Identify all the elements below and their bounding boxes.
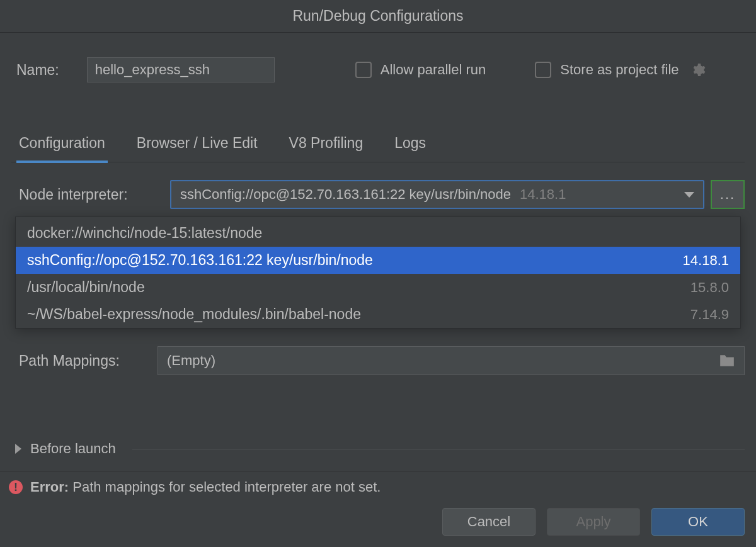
interpreter-option-path: ~/WS/babel-express/node_modules/.bin/bab…: [27, 306, 361, 323]
store-project-file-label: Store as project file: [560, 62, 679, 78]
error-icon: !: [9, 480, 23, 494]
interpreter-dropdown: docker://winchci/node-15:latest/node ssh…: [15, 217, 741, 329]
before-launch-section[interactable]: Before launch: [11, 441, 745, 457]
name-input[interactable]: [87, 57, 275, 82]
ok-button[interactable]: OK: [651, 508, 745, 536]
browse-interpreter-button[interactable]: ...: [711, 180, 745, 209]
apply-button[interactable]: Apply: [547, 508, 640, 536]
dialog-title: Run/Debug Configurations: [0, 0, 756, 33]
interpreter-option[interactable]: docker://winchci/node-15:latest/node: [16, 220, 740, 247]
interpreter-option[interactable]: sshConfig://opc@152.70.163.161:22 key/us…: [16, 247, 740, 274]
path-mappings-row: Path Mappings: (Empty): [11, 346, 745, 375]
cancel-button[interactable]: Cancel: [442, 508, 536, 536]
path-mappings-label: Path Mappings:: [19, 352, 145, 369]
node-interpreter-value: sshConfig://opc@152.70.163.161:22 key/us…: [180, 186, 511, 203]
tab-logs[interactable]: Logs: [392, 135, 428, 162]
node-interpreter-version: 14.18.1: [520, 186, 566, 203]
interpreter-option[interactable]: /usr/local/bin/node 15.8.0: [16, 274, 740, 301]
dialog-title-text: Run/Debug Configurations: [292, 8, 463, 25]
tab-v8-profiling[interactable]: V8 Profiling: [287, 135, 366, 162]
name-label: Name:: [16, 62, 59, 79]
interpreter-option[interactable]: ~/WS/babel-express/node_modules/.bin/bab…: [16, 301, 740, 328]
before-launch-label: Before launch: [30, 441, 116, 457]
checkbox-icon: [355, 62, 372, 78]
dialog-buttons: Cancel Apply OK: [442, 508, 745, 536]
top-form-row: Name: Allow parallel run Store as projec…: [11, 33, 745, 89]
error-prefix: Error:: [30, 479, 69, 495]
folder-icon[interactable]: [719, 354, 735, 368]
error-message: Path mappings for selected interpreter a…: [72, 479, 381, 495]
path-mappings-input[interactable]: (Empty): [158, 346, 745, 375]
triangle-right-icon: [15, 444, 21, 454]
interpreter-option-path: /usr/local/bin/node: [27, 279, 145, 296]
tab-browser-live-edit[interactable]: Browser / Live Edit: [134, 135, 260, 162]
allow-parallel-checkbox[interactable]: Allow parallel run: [355, 62, 486, 78]
tab-configuration[interactable]: Configuration: [16, 135, 108, 163]
store-project-file-checkbox[interactable]: Store as project file: [535, 62, 705, 78]
config-tabs: Configuration Browser / Live Edit V8 Pro…: [11, 135, 745, 162]
node-interpreter-select[interactable]: sshConfig://opc@152.70.163.161:22 key/us…: [170, 180, 704, 209]
checkbox-icon: [535, 62, 551, 78]
interpreter-option-path: docker://winchci/node-15:latest/node: [27, 225, 262, 242]
interpreter-option-version: 14.18.1: [683, 252, 729, 269]
error-bar: ! Error: Path mappings for selected inte…: [0, 471, 756, 495]
gear-icon[interactable]: [690, 62, 706, 77]
interpreter-option-version: 15.8.0: [690, 279, 729, 296]
node-interpreter-label: Node interpreter:: [19, 186, 158, 203]
interpreter-option-version: 7.14.9: [690, 307, 729, 323]
chevron-down-icon: [684, 192, 694, 198]
interpreter-option-path: sshConfig://opc@152.70.163.161:22 key/us…: [27, 252, 373, 269]
error-text: Error: Path mappings for selected interp…: [30, 479, 381, 495]
path-mappings-value: (Empty): [167, 352, 215, 369]
node-interpreter-row: Node interpreter: sshConfig://opc@152.70…: [11, 180, 745, 209]
separator: [132, 449, 745, 449]
allow-parallel-label: Allow parallel run: [381, 62, 486, 78]
